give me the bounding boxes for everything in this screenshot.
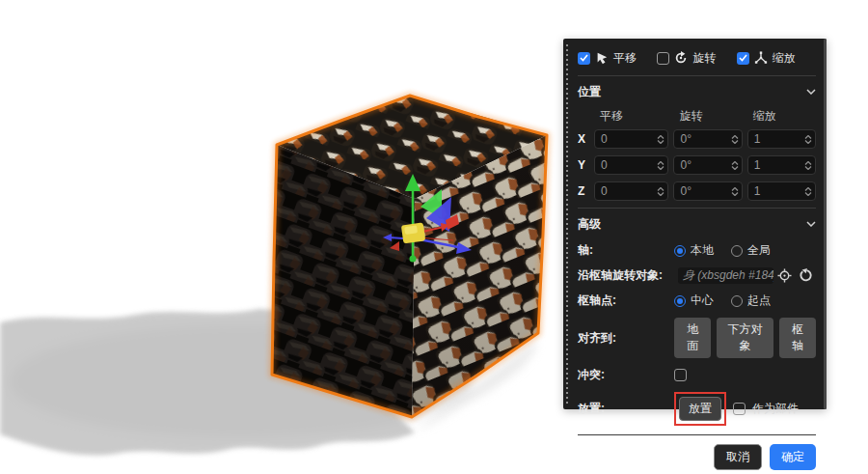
pivot-object-field[interactable]: 身 (xbsgdeh #184)	[678, 267, 773, 284]
as-part-checkbox[interactable]	[733, 403, 746, 415]
toggle-scale-label: 缩放	[773, 50, 796, 67]
toggle-translate-label: 平移	[613, 50, 637, 67]
z-scale-input[interactable]: 1	[747, 181, 816, 201]
toggle-rotate[interactable]: 旋转	[657, 50, 736, 67]
radio-center[interactable]: 中心	[674, 293, 714, 309]
check-icon	[739, 54, 747, 62]
col-scale: 缩放	[747, 108, 816, 125]
pivot-point-row: 枢轴点: 中心 起点	[578, 293, 816, 309]
spinner[interactable]	[731, 161, 739, 170]
panel-drag-handle[interactable]	[566, 44, 568, 404]
as-part-label: 作为部件	[752, 401, 799, 417]
z-translate-input[interactable]: 0	[594, 181, 668, 201]
align-label: 对齐到:	[578, 330, 674, 347]
rotate-icon	[674, 51, 688, 65]
cancel-button[interactable]: 取消	[714, 444, 762, 470]
mode-toggles: 平移 旋转 缩放	[578, 46, 816, 70]
rotate-checkbox[interactable]	[657, 52, 669, 65]
col-translate: 平移	[594, 108, 668, 125]
align-row: 对齐到: 地面 下方对象 枢轴	[578, 318, 816, 358]
scale-icon	[754, 51, 768, 65]
align-pivot-button[interactable]: 枢轴	[779, 318, 816, 358]
toggle-rotate-label: 旋转	[692, 50, 716, 67]
z-rotate-input[interactable]: 0°	[673, 181, 742, 201]
check-icon	[580, 54, 588, 62]
position-column-headers: 平移 旋转 缩放	[578, 108, 816, 125]
radio-dot	[731, 245, 743, 257]
radio-local[interactable]: 本地	[674, 242, 714, 259]
spinner[interactable]	[804, 187, 812, 196]
collision-row: 冲突:	[578, 367, 816, 383]
radio-dot	[731, 295, 743, 307]
spinner[interactable]	[804, 161, 812, 170]
radio-dot	[674, 245, 686, 257]
y-scale-input[interactable]: 1	[747, 155, 816, 175]
spinner[interactable]	[804, 135, 812, 144]
highlight-box: 放置	[674, 392, 726, 426]
reset-rotation-icon[interactable]	[799, 268, 816, 283]
place-label: 放置:	[578, 401, 674, 417]
place-button[interactable]: 放置	[679, 397, 721, 421]
collision-checkbox[interactable]	[674, 369, 687, 381]
y-translate-input[interactable]: 0	[594, 155, 668, 175]
pivot-point-label: 枢轴点:	[578, 293, 674, 309]
axis-row: 轴: 本地 全局	[578, 242, 816, 259]
spinner[interactable]	[657, 161, 665, 170]
position-row-y: Y 0 0° 1	[578, 155, 816, 175]
spinner[interactable]	[731, 187, 739, 196]
spinner[interactable]	[657, 187, 665, 196]
toggle-translate[interactable]: 平移	[578, 50, 657, 67]
position-row-x: X 0 0° 1	[578, 129, 816, 149]
dialog-footer: 取消 确定	[578, 444, 816, 470]
divider	[578, 75, 816, 76]
align-ground-button[interactable]: 地面	[674, 318, 711, 358]
translate-checkbox[interactable]	[578, 52, 590, 65]
scale-checkbox[interactable]	[737, 52, 749, 65]
spinner[interactable]	[657, 135, 665, 144]
pivot-object-label: 沿枢轴旋转对象:	[578, 267, 674, 284]
x-scale-input[interactable]: 1	[747, 129, 816, 149]
target-icon[interactable]	[777, 268, 795, 283]
radio-dot	[674, 295, 686, 307]
toggle-scale[interactable]: 缩放	[737, 50, 816, 67]
axis-label: 轴:	[578, 242, 674, 259]
move-icon	[595, 51, 609, 65]
section-advanced-title: 高级	[578, 216, 601, 233]
radio-origin[interactable]: 起点	[731, 293, 771, 309]
x-translate-input[interactable]: 0	[594, 129, 668, 149]
divider	[578, 208, 816, 209]
align-below-object-button[interactable]: 下方对象	[717, 318, 773, 358]
section-position-title: 位置	[578, 84, 601, 100]
pivot-object-row: 沿枢轴旋转对象: 身 (xbsgdeh #184)	[578, 267, 816, 284]
chevron-down-icon[interactable]	[806, 89, 816, 95]
axis-label-x: X	[578, 132, 589, 146]
section-advanced[interactable]: 高级	[578, 214, 816, 234]
col-rotate: 旋转	[673, 108, 742, 125]
confirm-button[interactable]: 确定	[770, 444, 816, 470]
axis-label-y: Y	[578, 158, 589, 172]
y-rotate-input[interactable]: 0°	[673, 155, 742, 175]
chevron-down-icon[interactable]	[806, 221, 816, 227]
position-row-z: Z 0 0° 1	[578, 181, 816, 201]
panel-scrollbar[interactable]	[824, 39, 827, 409]
spinner[interactable]	[731, 135, 739, 144]
place-row: 放置: 放置 作为部件	[578, 392, 816, 426]
divider	[578, 434, 816, 435]
collision-label: 冲突:	[578, 367, 674, 383]
gizmo-center-handle[interactable]	[401, 222, 425, 243]
transform-panel: 平移 旋转 缩放 位置	[563, 39, 827, 409]
x-rotate-input[interactable]: 0°	[673, 129, 742, 149]
radio-global[interactable]: 全局	[731, 242, 771, 259]
axis-label-z: Z	[578, 184, 589, 198]
section-position[interactable]: 位置	[578, 82, 816, 101]
